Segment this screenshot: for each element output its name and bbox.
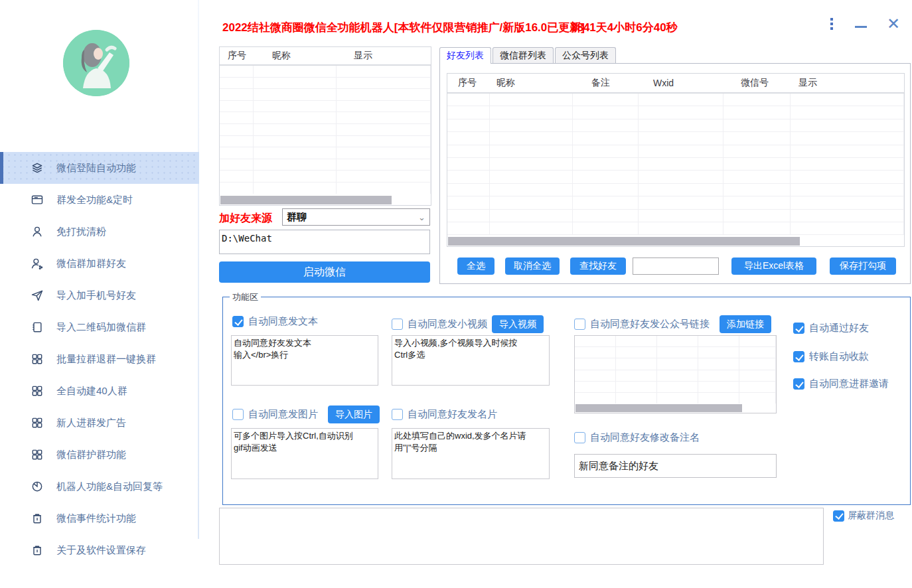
sidebar-item-label: 全自动建40人群 [56, 385, 127, 398]
block-group-msg-checkbox[interactable] [833, 510, 844, 522]
sidebar-item-label: 新人进群发广告 [56, 417, 126, 429]
wechat-path-input[interactable] [219, 230, 430, 254]
friend-table-header: 序号 昵称 备注 Wxid 微信号 显示 [447, 74, 904, 94]
tab-friend-list[interactable]: 好友列表 [439, 47, 491, 64]
menu-dots-icon[interactable] [828, 16, 835, 32]
sidebar-item-robot-autoreply[interactable]: 机器人功能&自动回复等 [0, 471, 199, 502]
sidebar-item-label: 免打扰清粉 [56, 226, 106, 238]
sidebar-item-label: 导入二维码加微信群 [56, 321, 146, 334]
auto-pass-friend-checkbox[interactable] [793, 323, 804, 334]
sidebar-item-wechat-login-auto[interactable]: 微信登陆自动功能 [0, 152, 199, 184]
sidebar-item-event-stats[interactable]: 微信事件统计功能 [0, 502, 199, 534]
auto-remark-checkbox[interactable] [574, 432, 585, 443]
column-header: 备注 [573, 77, 639, 89]
import-image-button[interactable]: 导入图片 [328, 405, 380, 423]
trash-icon [30, 511, 44, 526]
pie-icon [30, 479, 44, 494]
friend-source-select[interactable]: 群聊 ⌄ [282, 208, 430, 226]
person-add-icon [30, 256, 44, 271]
sidebar-item-about-settings[interactable]: 关于及软件设置保存 [0, 534, 199, 566]
sidebar-item-import-phone-friends[interactable]: 导入加手机号好友 [0, 279, 199, 311]
friend-table: 序号 昵称 备注 Wxid 微信号 显示 [447, 73, 905, 247]
auto-video-checkbox[interactable] [392, 319, 403, 330]
auto-text-checkbox[interactable] [232, 316, 244, 327]
folder-icon [30, 192, 44, 207]
column-header: 昵称 [254, 50, 337, 62]
grid-icon [30, 352, 44, 366]
auto-remark-label: 自动同意好友修改备注名 [590, 431, 700, 444]
auto-text-textarea[interactable]: 自动同意好友发文本 输入</br>换行 [231, 335, 378, 386]
auto-pass-friend-row: 自动通过好友 [793, 322, 869, 334]
app-title: 2022结社微商圈微信全功能机器人[本软件仅限营销推广/新版16.0已更新] [222, 20, 585, 35]
auto-text-row: 自动同意发文本 [232, 315, 318, 328]
sidebar-item-group-send[interactable]: 群发全功能&定时 [0, 184, 199, 216]
column-header: 序号 [447, 77, 490, 89]
sidebar-item-import-qrcode-group[interactable]: 导入二维码加微信群 [0, 311, 199, 343]
auto-image-checkbox[interactable] [232, 409, 244, 420]
friend-source-value: 群聊 [283, 211, 307, 224]
auto-video-row: 自动同意发小视频 导入视频 [392, 315, 544, 333]
sidebar-item-batch-group-switch[interactable]: 批量拉群退群一键换群 [0, 343, 199, 375]
sidebar-menu: 微信登陆自动功能 群发全功能&定时 免打扰清粉 微信群加群好友 [0, 152, 199, 566]
grid-icon [30, 447, 44, 462]
auto-card-textarea[interactable]: 此处填写自己的wxid,发多个名片请 用"|"号分隔 [392, 428, 550, 479]
import-video-button[interactable]: 导入视频 [492, 315, 544, 333]
auto-accept-group-invite-row: 自动同意进群邀请 [793, 378, 889, 390]
app-window: 微信登陆自动功能 群发全功能&定时 免打扰清粉 微信群加群好友 [0, 0, 912, 588]
auto-card-label: 自动同意好友发名片 [408, 408, 497, 421]
sidebar-item-newcomer-ad[interactable]: 新人进群发广告 [0, 407, 199, 439]
horizontal-scrollbar[interactable] [575, 404, 742, 412]
sidebar-item-label: 微信事件统计功能 [56, 512, 136, 525]
remark-input[interactable] [574, 454, 777, 478]
start-wechat-button[interactable]: 启动微信 [219, 261, 430, 283]
friend-source-label: 加好友来源 [219, 212, 272, 226]
notebook-icon [30, 320, 44, 334]
log-textarea[interactable] [219, 508, 824, 565]
select-all-button[interactable]: 全选 [457, 257, 494, 275]
function-area-title: 功能区 [230, 291, 261, 303]
auto-video-textarea[interactable]: 导入小视频,多个视频导入时候按 Ctrl多选 [392, 335, 550, 386]
find-friend-input[interactable] [633, 257, 719, 275]
sidebar-item-auto-build-40-group[interactable]: 全自动建40人群 [0, 375, 199, 407]
horizontal-scrollbar[interactable] [448, 237, 800, 246]
auto-card-checkbox[interactable] [392, 409, 403, 420]
auto-image-label: 自动同意发图片 [248, 408, 318, 421]
friend-list-panel: 序号 昵称 备注 Wxid 微信号 显示 全选 取消全选 查找好友 导出Exce… [439, 63, 911, 284]
link-table-body[interactable] [575, 336, 776, 404]
auto-text-label: 自动同意发文本 [248, 315, 318, 328]
account-table: 序号 昵称 显示 [219, 46, 431, 206]
auto-pass-friend-label: 自动通过好友 [809, 322, 869, 334]
auto-accept-group-invite-checkbox[interactable] [793, 378, 804, 390]
friend-actions-bar: 全选 取消全选 查找好友 导出Excel表格 保存打勾项 [440, 257, 911, 275]
sidebar-item-label: 机器人功能&自动回复等 [56, 480, 163, 493]
uptime-counter: 3841天4小时6分40秒 [571, 20, 678, 35]
account-table-body[interactable] [220, 66, 431, 194]
export-excel-button[interactable]: 导出Excel表格 [731, 257, 816, 275]
tab-official-account-list[interactable]: 公众号列表 [555, 47, 616, 64]
auto-accept-group-invite-label: 自动同意进群邀请 [809, 378, 889, 390]
add-link-button[interactable]: 添加链接 [720, 315, 771, 333]
auto-link-checkbox[interactable] [574, 319, 585, 330]
grid-icon [30, 384, 44, 398]
save-checked-button[interactable]: 保存打勾项 [830, 257, 896, 275]
auto-image-textarea[interactable]: 可多个图片导入按Ctrl,自动识别 gif动画发送 [231, 428, 378, 479]
auto-collect-transfer-row: 转账自动收款 [793, 350, 869, 363]
sidebar-item-label: 导入加手机号好友 [56, 289, 136, 302]
deselect-all-button[interactable]: 取消全选 [505, 257, 560, 275]
friend-table-body[interactable] [447, 94, 904, 236]
sidebar-item-group-add-friend[interactable]: 微信群加群好友 [0, 248, 199, 279]
sidebar-item-label: 批量拉群退群一键换群 [56, 353, 156, 366]
sidebar-item-clean-fans[interactable]: 免打扰清粉 [0, 216, 199, 248]
column-header: 序号 [220, 50, 254, 62]
tab-wechat-group-list[interactable]: 微信群列表 [493, 47, 554, 64]
horizontal-scrollbar[interactable] [220, 196, 392, 204]
sidebar-item-label: 微信群护群功能 [56, 449, 126, 461]
auto-collect-transfer-checkbox[interactable] [793, 351, 804, 362]
close-icon[interactable]: ✕ [887, 17, 900, 31]
find-friend-button[interactable]: 查找好友 [570, 257, 626, 275]
sidebar-item-group-guard[interactable]: 微信群护群功能 [0, 439, 199, 471]
column-header: 昵称 [490, 77, 573, 89]
minimize-icon[interactable] [855, 26, 867, 28]
auto-image-row: 自动同意发图片 导入图片 [232, 405, 380, 423]
sidebar-item-label: 群发全功能&定时 [56, 194, 133, 206]
